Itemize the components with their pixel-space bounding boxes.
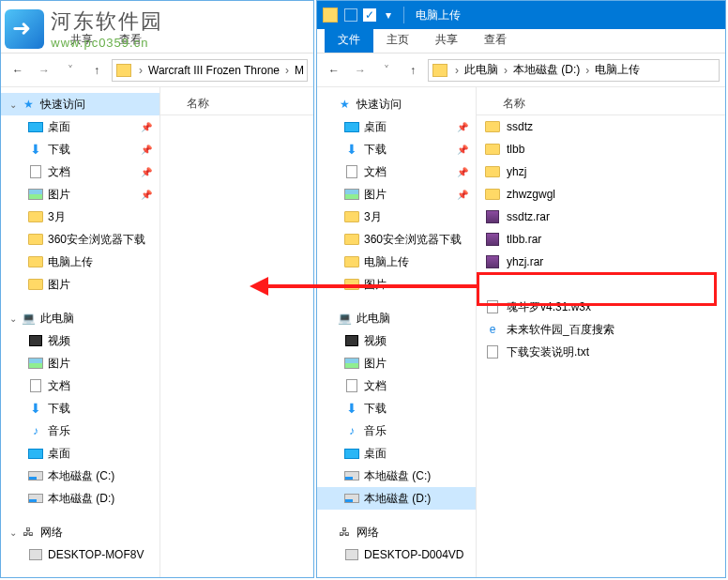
breadcrumb-right[interactable]: › 此电脑 › 本地磁盘 (D:) › 电脑上传 bbox=[428, 59, 720, 82]
qat-dropdown[interactable]: ▾ bbox=[382, 8, 395, 22]
ribbon-tab-view[interactable]: 查看 bbox=[106, 27, 155, 53]
chevron-right-icon[interactable]: › bbox=[451, 64, 463, 77]
tree-360browser[interactable]: 360安全浏览器下载 bbox=[317, 228, 476, 251]
column-header-name[interactable]: 名称 bbox=[477, 93, 725, 115]
ribbon-tab-share[interactable]: 共享 bbox=[422, 27, 471, 53]
nav-recent-dropdown[interactable]: ˅ bbox=[59, 59, 82, 82]
download-icon: ⬇ bbox=[343, 142, 360, 157]
pin-icon: 📌 bbox=[141, 122, 152, 132]
tree-quick-access[interactable]: ⌄★快速访问 bbox=[1, 93, 159, 115]
tree-music[interactable]: ♪音乐 bbox=[1, 420, 159, 442]
titlebar-left bbox=[1, 1, 313, 29]
tree-quick-access[interactable]: ★快速访问 bbox=[317, 93, 476, 115]
tree-pictures2[interactable]: 图片 bbox=[317, 273, 476, 296]
tree-this-pc[interactable]: 💻此电脑 bbox=[317, 307, 476, 329]
chevron-right-icon[interactable]: › bbox=[281, 64, 293, 77]
tree-360browser[interactable]: 360安全浏览器下载 bbox=[1, 228, 159, 251]
tree-upload[interactable]: 电脑上传 bbox=[1, 251, 159, 273]
tree-downloads[interactable]: ⬇下载📌 bbox=[1, 138, 159, 160]
tree-disk-c[interactable]: 本地磁盘 (C:) bbox=[317, 465, 476, 487]
tree-upload[interactable]: 电脑上传 bbox=[317, 251, 476, 273]
nav-back-button[interactable]: ← bbox=[7, 59, 29, 82]
chevron-right-icon[interactable]: › bbox=[582, 64, 593, 77]
ribbon-tab-file[interactable]: 文件 bbox=[325, 27, 373, 53]
tree-video[interactable]: 视频 bbox=[317, 329, 476, 352]
breadcrumb-seg[interactable]: Warcraft III Frozen Throne bbox=[146, 64, 281, 77]
tree-pictures[interactable]: 图片📌 bbox=[1, 183, 159, 206]
tree-documents[interactable]: 文档📌 bbox=[317, 160, 476, 183]
list-item[interactable]: yhzj bbox=[477, 160, 725, 183]
tree-network[interactable]: ⌄🖧网络 bbox=[1, 521, 159, 543]
tree-this-pc[interactable]: ⌄💻此电脑 bbox=[1, 307, 159, 329]
list-item[interactable]: zhwzgwgl bbox=[477, 183, 725, 206]
nav-back-button[interactable]: ← bbox=[323, 59, 345, 82]
tree-label: 图片 bbox=[364, 356, 387, 372]
list-item[interactable]: tlbb bbox=[477, 138, 725, 160]
picture-icon bbox=[28, 358, 43, 369]
tree-3month[interactable]: 3月 bbox=[1, 206, 159, 228]
nav-recent-dropdown[interactable]: ˅ bbox=[375, 59, 398, 82]
tree-3month[interactable]: 3月 bbox=[317, 206, 476, 228]
tree-net-computer[interactable]: DESKTOP-MOF8V bbox=[1, 543, 159, 566]
nav-up-button[interactable]: ↑ bbox=[402, 59, 424, 82]
qat-button[interactable] bbox=[344, 8, 357, 22]
chevron-right-icon[interactable]: › bbox=[500, 64, 511, 77]
breadcrumb-seg[interactable]: M bbox=[293, 64, 306, 77]
pin-icon: 📌 bbox=[141, 190, 152, 200]
tree-documents[interactable]: 文档📌 bbox=[1, 160, 159, 183]
tree-desktop[interactable]: 桌面📌 bbox=[317, 115, 476, 138]
list-item[interactable]: ssdtz bbox=[477, 115, 725, 138]
breadcrumb-seg[interactable]: 本地磁盘 (D:) bbox=[511, 62, 582, 78]
tree-disk-c[interactable]: 本地磁盘 (C:) bbox=[1, 465, 159, 487]
network-icon: 🖧 bbox=[20, 525, 37, 540]
tree-downloads[interactable]: ⬇下载📌 bbox=[317, 138, 476, 160]
qat-button[interactable]: ✓ bbox=[363, 8, 376, 22]
tree-net-computer[interactable]: DESKTOP-D004VD bbox=[317, 543, 476, 566]
ribbon-tab-share[interactable]: 共享 bbox=[57, 27, 106, 53]
tree-downloads-pc[interactable]: ⬇下载 bbox=[1, 397, 159, 420]
breadcrumb-left[interactable]: › Warcraft III Frozen Throne › M bbox=[112, 59, 308, 82]
tree-documents-pc[interactable]: 文档 bbox=[1, 374, 159, 397]
document-icon bbox=[30, 379, 41, 392]
list-item-highlighted[interactable]: 魂斗罗v4.31.w3x bbox=[477, 296, 725, 318]
tree-label: 3月 bbox=[364, 209, 382, 225]
tree-label: 桌面 bbox=[364, 119, 387, 135]
chevron-right-icon[interactable]: › bbox=[135, 64, 146, 77]
list-item[interactable]: 下载安装说明.txt bbox=[477, 341, 725, 363]
nav-up-button[interactable]: ↑ bbox=[85, 59, 108, 82]
nav-forward-button[interactable]: → bbox=[349, 59, 372, 82]
tree-desktop[interactable]: 桌面📌 bbox=[1, 115, 159, 138]
tree-music[interactable]: ♪音乐 bbox=[317, 420, 476, 442]
tree-desktop-pc[interactable]: 桌面 bbox=[1, 442, 159, 465]
list-item[interactable]: ssdtz.rar bbox=[477, 206, 725, 228]
nav-forward-button[interactable]: → bbox=[33, 59, 55, 82]
ribbon-left: 主页 共享 查看 bbox=[1, 29, 313, 53]
folder-icon bbox=[485, 144, 500, 155]
breadcrumb-seg[interactable]: 此电脑 bbox=[463, 62, 500, 78]
tree-pictures[interactable]: 图片📌 bbox=[317, 183, 476, 206]
file-list-left: 名称 bbox=[160, 87, 313, 577]
ribbon-tab-home[interactable]: 主页 bbox=[8, 27, 57, 53]
ribbon-tab-home[interactable]: 主页 bbox=[373, 27, 422, 53]
tree-label: 音乐 bbox=[364, 423, 387, 439]
tree-pictures-pc[interactable]: 图片 bbox=[317, 352, 476, 374]
tree-downloads-pc[interactable]: ⬇下载 bbox=[317, 397, 476, 420]
list-item[interactable]: tlbb.rar bbox=[477, 228, 725, 251]
list-item[interactable]: yhzj.rar bbox=[477, 251, 725, 273]
computer-icon bbox=[29, 549, 42, 560]
column-header-name[interactable]: 名称 bbox=[160, 93, 313, 115]
tree-disk-d[interactable]: 本地磁盘 (D:) bbox=[1, 487, 159, 510]
tree-desktop-pc[interactable]: 桌面 bbox=[317, 442, 476, 465]
tree-pictures2[interactable]: 图片 bbox=[1, 273, 159, 296]
tree-label: 下载 bbox=[48, 401, 70, 417]
ribbon-tab-view[interactable]: 查看 bbox=[471, 27, 520, 53]
music-icon: ♪ bbox=[343, 423, 360, 438]
tree-network[interactable]: 🖧网络 bbox=[317, 521, 476, 543]
list-item[interactable]: e未来软件园_百度搜索 bbox=[477, 318, 725, 341]
tree-pictures-pc[interactable]: 图片 bbox=[1, 352, 159, 374]
breadcrumb-seg[interactable]: 电脑上传 bbox=[593, 62, 642, 78]
folder-icon bbox=[116, 64, 131, 77]
tree-disk-d[interactable]: 本地磁盘 (D:) bbox=[317, 487, 476, 510]
tree-documents-pc[interactable]: 文档 bbox=[317, 374, 476, 397]
tree-video[interactable]: 视频 bbox=[1, 329, 159, 352]
